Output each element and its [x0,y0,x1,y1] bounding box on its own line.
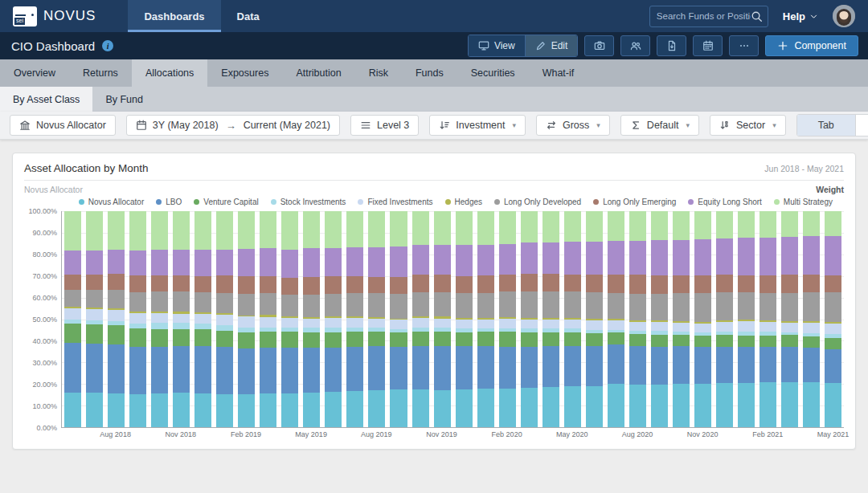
segment-equity-long-short[interactable] [194,250,211,276]
tab-returns[interactable]: Returns [69,59,132,87]
segment-long-only-emerging[interactable] [586,275,603,292]
segment-stock-investments[interactable] [194,324,211,330]
segment-equity-long-short[interactable] [521,242,538,274]
segment-multi-strategy[interactable] [803,211,820,236]
segment-multi-strategy[interactable] [586,211,603,242]
segment-novus-allocator[interactable] [390,389,407,427]
segment-long-only-emerging[interactable] [629,275,646,293]
segment-lbo[interactable] [716,347,733,384]
segment-long-only-emerging[interactable] [368,277,385,294]
toggle-option-tab[interactable]: Tab [797,115,855,136]
segment-long-only-emerging[interactable] [803,275,820,292]
segment-equity-long-short[interactable] [760,238,776,275]
segment-venture-capital[interactable] [542,332,559,346]
bar-mar-2020[interactable] [518,211,540,427]
segment-fixed-investments[interactable] [303,319,320,328]
segment-lbo[interactable] [194,346,211,393]
segment-long-only-emerging[interactable] [673,275,690,293]
segment-novus-allocator[interactable] [108,393,125,427]
bar-oct-2020[interactable] [670,211,692,427]
segment-venture-capital[interactable] [346,332,363,347]
bar-jun-2018[interactable] [62,211,84,427]
segment-equity-long-short[interactable] [151,250,168,275]
more-button[interactable] [729,35,759,56]
segment-lbo[interactable] [760,347,776,382]
segment-fixed-investments[interactable] [781,323,798,332]
filter-grouping-button[interactable]: Investment▾ [429,115,526,136]
segment-fixed-investments[interactable] [64,308,81,319]
segment-fixed-investments[interactable] [673,323,690,332]
segment-fixed-investments[interactable] [194,314,211,324]
segment-long-only-developed[interactable] [173,291,190,312]
navbar-tab-data[interactable]: Data [221,0,276,32]
segment-novus-allocator[interactable] [129,394,146,427]
segment-venture-capital[interactable] [129,328,146,347]
segment-equity-long-short[interactable] [325,248,342,276]
segment-lbo[interactable] [108,344,125,393]
segment-fixed-investments[interactable] [86,309,103,320]
segment-equity-long-short[interactable] [281,250,298,278]
segment-fixed-investments[interactable] [738,321,755,332]
segment-lbo[interactable] [281,348,298,393]
segment-venture-capital[interactable] [412,332,429,346]
segment-equity-long-short[interactable] [673,240,690,275]
legend-item-stock-investments[interactable]: Stock Investments [271,198,346,206]
avatar[interactable] [833,5,855,27]
segment-long-only-developed[interactable] [346,293,363,316]
segment-long-only-developed[interactable] [499,291,516,317]
segment-equity-long-short[interactable] [456,245,473,275]
segment-equity-long-short[interactable] [499,244,516,275]
segment-equity-long-short[interactable] [694,239,711,275]
segment-lbo[interactable] [499,347,516,389]
segment-stock-investments[interactable] [173,323,190,329]
segment-multi-strategy[interactable] [303,211,320,248]
segment-novus-allocator[interactable] [629,385,646,427]
segment-novus-allocator[interactable] [521,388,538,427]
segment-novus-allocator[interactable] [781,382,798,427]
segment-multi-strategy[interactable] [629,211,646,240]
segment-long-only-emerging[interactable] [521,274,538,291]
segment-novus-allocator[interactable] [738,383,755,427]
segment-multi-strategy[interactable] [564,211,581,242]
segment-long-only-developed[interactable] [238,294,255,316]
bar-dec-2018[interactable] [192,211,214,427]
segment-multi-strategy[interactable] [542,211,559,242]
segment-equity-long-short[interactable] [564,242,581,275]
add-component-button[interactable]: Component [765,35,858,56]
segment-fixed-investments[interactable] [651,322,668,331]
segment-multi-strategy[interactable] [238,211,255,249]
segment-long-only-developed[interactable] [390,294,407,318]
segment-novus-allocator[interactable] [673,384,690,427]
bar-jan-2020[interactable] [475,211,497,427]
segment-venture-capital[interactable] [564,332,581,345]
segment-fixed-investments[interactable] [368,319,385,328]
segment-equity-long-short[interactable] [738,238,755,275]
segment-long-only-emerging[interactable] [499,275,516,292]
segment-venture-capital[interactable] [303,332,320,348]
segment-long-only-emerging[interactable] [238,276,255,294]
segment-equity-long-short[interactable] [303,248,320,277]
segment-venture-capital[interactable] [238,332,255,348]
segment-novus-allocator[interactable] [716,383,733,427]
segment-fixed-investments[interactable] [129,313,146,324]
segment-venture-capital[interactable] [434,332,451,346]
segment-long-only-developed[interactable] [564,291,581,318]
segment-long-only-developed[interactable] [129,292,146,312]
segment-long-only-emerging[interactable] [64,275,81,290]
segment-lbo[interactable] [738,347,755,383]
segment-venture-capital[interactable] [825,338,841,349]
segment-fixed-investments[interactable] [281,318,298,328]
segment-long-only-emerging[interactable] [129,275,146,292]
view-button[interactable]: View [469,35,525,56]
segment-lbo[interactable] [521,347,538,389]
segment-lbo[interactable] [694,347,711,384]
segment-lbo[interactable] [456,346,473,389]
segment-equity-long-short[interactable] [586,242,603,275]
segment-equity-long-short[interactable] [412,245,429,275]
segment-multi-strategy[interactable] [477,211,494,245]
segment-lbo[interactable] [412,346,429,389]
filter-portfolio-button[interactable]: Novus Allocator [10,115,116,136]
segment-fixed-investments[interactable] [173,314,190,323]
segment-novus-allocator[interactable] [651,385,668,427]
bar-dec-2020[interactable] [714,211,735,427]
